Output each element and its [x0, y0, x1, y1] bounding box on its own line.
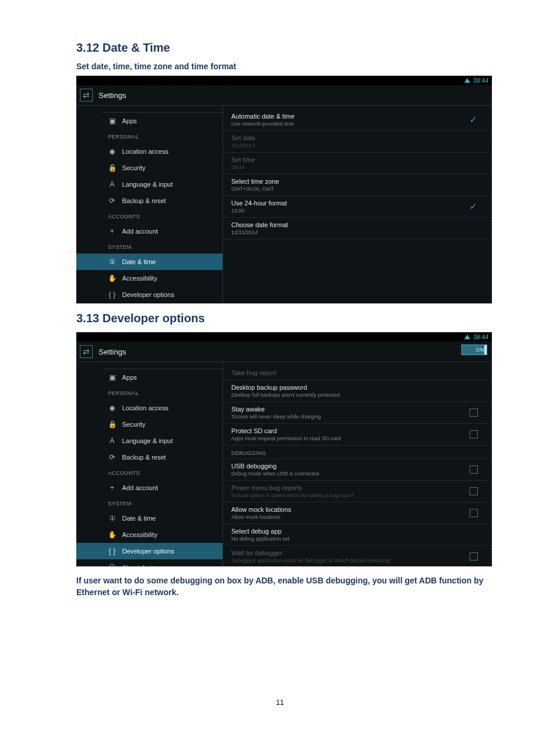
checkmark-icon[interactable]: ✓ — [468, 202, 478, 211]
developer-on-switch[interactable]: ON — [461, 345, 487, 355]
status-clock: 08:44 — [474, 334, 488, 340]
settings-row[interactable]: USB debuggingDebug mode when USB is conn… — [223, 459, 492, 481]
sidebar-item-apps[interactable]: ▣Apps — [76, 369, 222, 386]
settings-title: Settings — [99, 91, 126, 100]
wifi-icon — [464, 335, 470, 339]
settings-row: Wait for debuggerDebugged application wa… — [223, 546, 492, 566]
sidebar-item-backup[interactable]: ⟳Backup & reset — [76, 449, 222, 465]
row-title: Select time zone — [231, 178, 484, 185]
sidebar-item-add-account-icon: + — [108, 484, 116, 492]
settings-row[interactable]: Select debug appNo debug application set — [223, 524, 492, 546]
sidebar-item-apps-icon: ▣ — [108, 117, 116, 125]
sidebar-item-language-icon: A — [108, 437, 116, 445]
settings-row[interactable]: Use 24-hour format13:00✓ — [223, 196, 492, 218]
settings-row[interactable]: Choose date format12/31/2014 — [223, 218, 492, 239]
row-subtitle: Desktop full backups aren't currently pr… — [231, 392, 484, 398]
wifi-icon — [464, 78, 470, 83]
sidebar-item-about[interactable]: ⓘAbout device — [76, 559, 222, 566]
row-subtitle: 08:44 — [231, 164, 484, 170]
sidebar-item-add-account[interactable]: +Add account — [76, 480, 222, 496]
sidebar-item-developer-icon: { } — [108, 547, 116, 555]
sidebar-item-apps-icon: ▣ — [108, 373, 116, 382]
sidebar-item-security[interactable]: 🔒Security — [76, 416, 222, 433]
developer-content: Take bug reportDesktop backup passwordDe… — [223, 362, 492, 566]
row-title: Power menu bug reports — [231, 484, 470, 491]
content-category: DEBUGGING — [223, 445, 492, 459]
sidebar-item-developer-icon: { } — [108, 291, 116, 299]
sidebar-item-datetime-icon: ① — [108, 258, 116, 266]
row-subtitle: Include option in power menu for taking … — [231, 492, 470, 498]
row-title: Automatic date & time — [231, 113, 468, 120]
row-title: Wait for debugger — [231, 549, 470, 556]
settings-row: Power menu bug reportsInclude option in … — [223, 481, 492, 502]
row-title: Set time — [231, 156, 484, 163]
sidebar-item-language-icon: A — [108, 180, 116, 188]
checkmark-icon[interactable]: ✓ — [468, 116, 478, 124]
settings-row: Take bug report — [223, 366, 492, 380]
row-subtitle: Screen will never sleep while charging — [231, 414, 470, 420]
sidebar-item-accessibility[interactable]: ✋Accessibility — [76, 270, 222, 286]
sidebar-item-label: Backup & reset — [108, 197, 166, 204]
settings-row[interactable]: Automatic date & timeUse network-provide… — [223, 109, 492, 131]
settings-row[interactable]: Select time zoneGMT+00:00, GMT — [223, 174, 492, 196]
sidebar-item-label: Location access — [108, 404, 168, 411]
developer-body-text: If user want to do some debugging on box… — [76, 575, 484, 599]
subheading-date-time: Set date, time, time zone and time forma… — [76, 62, 484, 71]
sidebar-category: ACCOUNTS — [76, 465, 222, 480]
settings-row[interactable]: Stay awakeScreen will never sleep while … — [223, 402, 492, 424]
sidebar-item-label: Language & input — [108, 181, 173, 188]
page-number: 11 — [76, 698, 484, 707]
sidebar-item-datetime[interactable]: ①Date & time — [76, 254, 222, 270]
sidebar-item-developer[interactable]: { }Developer options — [76, 286, 222, 303]
sidebar-item-datetime[interactable]: ①Date & time — [76, 510, 222, 526]
checkbox — [470, 487, 478, 495]
status-bar: 08:44 — [76, 332, 492, 342]
row-title: Take bug report — [231, 369, 484, 376]
row-title: Stay awake — [231, 406, 470, 413]
settings-row[interactable]: Allow mock locationsAllow mock locations — [223, 502, 492, 524]
status-bar: 08:44 — [76, 76, 492, 85]
checkbox[interactable] — [470, 430, 478, 438]
checkbox[interactable] — [470, 509, 478, 517]
row-subtitle: 12/31/2014 — [231, 229, 484, 235]
row-title: USB debugging — [231, 463, 470, 470]
sidebar-item-location-icon: ◉ — [108, 147, 116, 156]
sidebar-item-language[interactable]: ALanguage & input — [76, 433, 222, 449]
sidebar-item-add-account-icon: + — [108, 227, 116, 235]
settings-title: Settings — [99, 347, 126, 356]
row-subtitle: Allow mock locations — [231, 514, 470, 520]
row-title: Choose date format — [231, 221, 484, 228]
settings-row: Set date5/14/2014 — [223, 131, 492, 153]
sidebar-item-apps[interactable]: ▣Apps — [76, 113, 222, 129]
sidebar-item-backup-icon: ⟳ — [108, 197, 116, 205]
sidebar-item-security[interactable]: 🔒Security — [76, 160, 222, 176]
settings-sidebar: ▣AppsPERSONAL◉Location access🔒SecurityAL… — [76, 106, 223, 303]
settings-row[interactable]: Desktop backup passwordDesktop full back… — [223, 380, 492, 402]
row-subtitle: Debug mode when USB is connected — [231, 471, 470, 477]
row-title: Protect SD card — [231, 427, 470, 434]
checkbox[interactable] — [470, 409, 478, 417]
status-clock: 08:44 — [474, 77, 488, 84]
sidebar-category: PERSONAL — [76, 386, 222, 400]
checkbox[interactable] — [470, 465, 478, 474]
sidebar-item-accessibility[interactable]: ✋Accessibility — [76, 526, 222, 543]
sidebar-item-location[interactable]: ◉Location access — [76, 400, 222, 416]
sidebar-item-backup-icon: ⟳ — [108, 453, 116, 461]
row-title: Use 24-hour format — [231, 200, 468, 207]
sidebar-item-backup[interactable]: ⟳Backup & reset — [76, 193, 222, 209]
checkbox — [470, 552, 478, 561]
sidebar-item-developer[interactable]: { }Developer options — [76, 543, 222, 559]
sidebar-item-language[interactable]: ALanguage & input — [76, 176, 222, 193]
screenshot-developer: 08:44 ⇄ Settings ON ▣AppsPERSONAL◉Locati… — [76, 332, 492, 566]
sidebar-item-about[interactable]: ⓘAbout device — [76, 303, 222, 303]
settings-row[interactable]: Protect SD cardApps must request permiss… — [223, 424, 492, 445]
row-subtitle: No debug application set — [231, 536, 484, 542]
title-bar: ⇄ Settings ON — [76, 342, 492, 362]
sidebar-item-add-account[interactable]: +Add account — [76, 223, 222, 239]
heading-developer: 3.13 Developer options — [76, 312, 484, 325]
sidebar-item-location[interactable]: ◉Location access — [76, 143, 222, 160]
row-title: Select debug app — [231, 528, 484, 535]
row-subtitle: Apps must request permission to read SD … — [231, 436, 470, 441]
sidebar-item-label: Location access — [108, 148, 168, 155]
settings-icon: ⇄ — [80, 345, 93, 358]
